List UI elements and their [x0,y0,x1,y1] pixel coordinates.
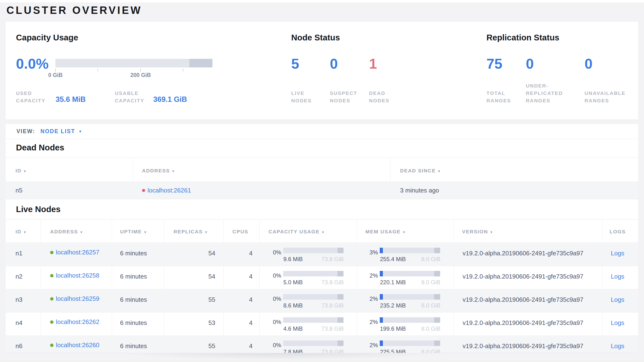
capacity-bar-reserved-segment [189,59,212,67]
sort-desc-icon: ▼ [490,230,494,234]
view-mode-selected: NODE LIST [40,128,75,135]
sort-desc-icon: ▼ [80,230,84,234]
capacity-percent: 0% [260,295,281,302]
under-replicated-ranges-label: UNDER- REPLICATED RANGES [526,82,563,104]
live-status-icon [50,297,54,301]
node-logs-cell: Logs [611,250,624,257]
mem-values: 220.1 MiB8.0 GiB [380,279,440,286]
dead-col-address[interactable]: ADDRESS▼ [142,168,176,173]
total-ranges-count: 75 [486,57,502,71]
live-col-id[interactable]: ID▼ [16,229,27,235]
node-address-cell: localhost:26259 [50,295,99,302]
axis-tick [55,69,56,72]
live-status-icon [50,274,54,277]
capacity-percent: 0% [260,249,281,256]
live-col-logs: LOGS [610,229,626,235]
capacity-values: 9.6 MiB73.8 GiB [283,256,344,263]
usable-capacity-stat: USABLE CAPACITY 369.1 GiB [115,89,187,104]
node-address-link[interactable]: localhost:26257 [56,249,99,256]
capacity-bar-reserved-segment [338,248,344,253]
live-col-version[interactable]: VERSION▼ [462,229,494,235]
capacity-bar-reserved-segment [338,294,344,300]
node-cpus: 4 [224,296,252,303]
node-address-link[interactable]: localhost:26259 [56,295,99,302]
mem-usage-bar [380,317,440,323]
node-version: v19.2.0-alpha.20190606-2491-gfe735c9a97 [462,319,583,327]
mem-percent: 3% [357,249,378,256]
node-id: n4 [16,319,22,327]
node-cpus: 4 [224,342,252,350]
dead-nodes-count: 1 [369,57,377,71]
dead-node-dead-since: 3 minutes ago [400,182,439,199]
sort-desc-icon: ▼ [23,169,27,173]
logs-link[interactable]: Logs [611,342,624,349]
sort-desc-icon: ▼ [321,230,325,234]
dead-node-address-link[interactable]: localhost:26261 [148,187,191,194]
mem-bar-reserved-segment [434,271,440,276]
live-col-capacity-usage[interactable]: CAPACITY USAGE▼ [268,229,325,235]
capacity-percent: 0% [260,272,281,279]
mem-bar-reserved-segment [434,294,440,300]
capacity-usage-bar [283,317,344,323]
mem-bar-reserved-segment [434,317,440,323]
node-address-link[interactable]: localhost:26258 [56,272,99,279]
live-col-cpus: CPUS [232,229,248,235]
mem-usage-bar [380,248,440,253]
mem-values: 255.4 MiB8.0 GiB [380,256,440,263]
dead-nodes-heading: Dead Nodes [16,143,64,152]
under-replicated-ranges-count: 0 [526,57,534,71]
mem-percent: 2% [357,319,378,325]
capacity-usage-heading: Capacity Usage [16,33,78,42]
axis-tick-label: 200 GiB [124,72,157,78]
capacity-usage-bar [283,340,344,346]
capacity-bar-reserved-segment [338,317,344,323]
mem-usage-bar [380,271,440,276]
live-col-uptime[interactable]: UPTIME▼ [120,229,147,235]
mem-bar-fill [380,317,383,323]
mem-usage-bar [380,340,440,346]
sort-desc-icon: ▼ [144,230,147,234]
live-col-address[interactable]: ADDRESS▼ [50,229,84,235]
capacity-values: 8.6 MiB73.8 GiB [283,302,344,309]
live-col-replicas[interactable]: REPLICAS▼ [174,229,208,235]
live-nodes-heading: Live Nodes [16,205,61,214]
node-address-cell: localhost:26262 [50,318,99,326]
view-mode-dropdown[interactable]: NODE LIST ▼ [40,128,82,135]
capacity-values: 5.0 MiB73.8 GiB [283,279,344,286]
mem-bar-reserved-segment [434,248,440,253]
axis-tick [183,69,183,72]
node-replicas: 54 [164,250,215,257]
node-uptime: 6 minutes [120,250,147,257]
mem-values: 225.5 MiB8.0 GiB [380,349,440,353]
node-replicas: 53 [164,319,215,327]
node-uptime: 6 minutes [120,296,147,303]
unavailable-ranges-count: 0 [584,57,592,71]
capacity-bar-reserved-segment [338,271,344,276]
nodes-section: Dead Nodes ID▼ ADDRESS▼ DEAD SINCE▼ n5 l… [6,139,638,353]
page-title: CLUSTER OVERVIEW [6,4,142,16]
node-address-link[interactable]: localhost:26262 [56,318,99,326]
live-status-icon [50,320,54,324]
dead-col-id[interactable]: ID▼ [16,168,27,173]
capacity-values: 7.8 MiB73.8 GiB [283,349,344,353]
node-cpus: 4 [224,250,252,257]
logs-link[interactable]: Logs [611,319,624,326]
node-address-link[interactable]: localhost:26260 [56,341,99,349]
logs-link[interactable]: Logs [611,296,624,303]
logs-link[interactable]: Logs [611,273,624,280]
node-logs-cell: Logs [611,319,624,327]
unavailable-ranges-label: UNAVAILABLE RANGES [584,89,626,104]
node-address-cell: localhost:26258 [50,272,99,279]
dead-col-dead-since[interactable]: DEAD SINCE▼ [400,168,441,173]
dead-node-address-cell: localhost:26261 [142,182,191,199]
live-nodes-rows: n1 localhost:26257 6 minutes 54 4 0% 9.6… [6,243,638,353]
live-col-mem-usage[interactable]: MEM USAGE▼ [366,229,406,235]
logs-link[interactable]: Logs [611,250,624,257]
node-address-cell: localhost:26260 [50,341,99,349]
capacity-usage-bar [56,59,212,67]
node-cpus: 4 [224,319,252,327]
node-version: v19.2.0-alpha.20190606-2491-gfe735c9a97 [462,296,583,303]
usable-capacity-value: 369.1 GiB [153,95,187,104]
node-replicas: 55 [164,342,215,350]
node-uptime: 6 minutes [120,273,147,280]
